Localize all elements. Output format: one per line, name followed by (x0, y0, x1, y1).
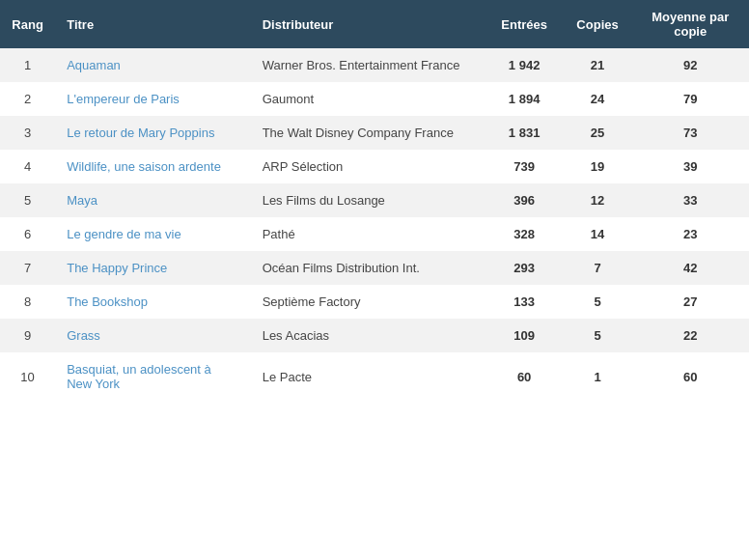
cell-entrees: 293 (485, 251, 564, 285)
cell-moyenne: 23 (631, 217, 749, 251)
cell-entrees: 1 831 (485, 116, 564, 150)
cell-copies: 24 (564, 82, 632, 116)
cell-rang: 10 (0, 352, 55, 401)
cell-entrees: 1 894 (485, 82, 564, 116)
cell-titre[interactable]: Basquiat, un adolescent à New York (55, 352, 250, 401)
cell-entrees: 396 (485, 183, 564, 217)
cell-titre[interactable]: The Happy Prince (55, 251, 250, 285)
cell-rang: 7 (0, 251, 55, 285)
table-row: 8The BookshopSeptième Factory133527 (0, 285, 749, 319)
cell-entrees: 1 942 (485, 48, 564, 82)
cell-distributeur: ARP Sélection (251, 150, 485, 183)
cell-distributeur: The Walt Disney Company France (251, 116, 485, 150)
cell-copies: 12 (564, 183, 632, 217)
cell-distributeur: Les Films du Losange (251, 183, 485, 217)
cell-entrees: 133 (485, 285, 564, 319)
cell-moyenne: 27 (631, 285, 749, 319)
cell-entrees: 328 (485, 217, 564, 251)
cell-moyenne: 22 (631, 319, 749, 352)
cell-copies: 7 (564, 251, 632, 285)
cell-rang: 6 (0, 217, 55, 251)
header-copies: Copies (564, 0, 632, 48)
cell-distributeur: Pathé (251, 217, 485, 251)
table-row: 7The Happy PrinceOcéan Films Distributio… (0, 251, 749, 285)
cell-distributeur: Le Pacte (251, 352, 485, 401)
cell-moyenne: 42 (631, 251, 749, 285)
cell-moyenne: 79 (631, 82, 749, 116)
table-row: 9GrassLes Acacias109522 (0, 319, 749, 352)
cell-moyenne: 60 (631, 352, 749, 401)
cell-copies: 21 (564, 48, 632, 82)
cell-entrees: 60 (485, 352, 564, 401)
cell-moyenne: 33 (631, 183, 749, 217)
cell-rang: 2 (0, 82, 55, 116)
cell-moyenne: 39 (631, 150, 749, 183)
cell-copies: 19 (564, 150, 632, 183)
cell-distributeur: Septième Factory (251, 285, 485, 319)
table-row: 5MayaLes Films du Losange3961233 (0, 183, 749, 217)
table-row: 2L'empereur de ParisGaumont1 8942479 (0, 82, 749, 116)
cell-distributeur: Océan Films Distribution Int. (251, 251, 485, 285)
cell-titre[interactable]: L'empereur de Paris (55, 82, 250, 116)
header-titre: Titre (55, 0, 250, 48)
table-row: 1AquamanWarner Bros. Entertainment Franc… (0, 48, 749, 82)
cell-copies: 5 (564, 285, 632, 319)
cell-distributeur: Les Acacias (251, 319, 485, 352)
cell-titre[interactable]: Le retour de Mary Poppins (55, 116, 250, 150)
cell-titre[interactable]: Le gendre de ma vie (55, 217, 250, 251)
cell-rang: 1 (0, 48, 55, 82)
cell-titre[interactable]: Wildlife, une saison ardente (55, 150, 250, 183)
cell-titre[interactable]: The Bookshop (55, 285, 250, 319)
box-office-table: Rang Titre Distributeur Entrées Copies M… (0, 0, 749, 401)
cell-rang: 3 (0, 116, 55, 150)
cell-moyenne: 73 (631, 116, 749, 150)
cell-titre[interactable]: Aquaman (55, 48, 250, 82)
table-row: 6Le gendre de ma viePathé3281423 (0, 217, 749, 251)
cell-entrees: 109 (485, 319, 564, 352)
cell-entrees: 739 (485, 150, 564, 183)
cell-distributeur: Warner Bros. Entertainment France (251, 48, 485, 82)
cell-moyenne: 92 (631, 48, 749, 82)
header-distributeur: Distributeur (251, 0, 485, 48)
cell-titre[interactable]: Maya (55, 183, 250, 217)
header-moyenne: Moyenne par copie (631, 0, 749, 48)
cell-copies: 25 (564, 116, 632, 150)
cell-rang: 4 (0, 150, 55, 183)
header-entrees: Entrées (485, 0, 564, 48)
table-row: 3Le retour de Mary PoppinsThe Walt Disne… (0, 116, 749, 150)
cell-titre[interactable]: Grass (55, 319, 250, 352)
header-rang: Rang (0, 0, 55, 48)
table-row: 10Basquiat, un adolescent à New YorkLe P… (0, 352, 749, 401)
cell-rang: 9 (0, 319, 55, 352)
cell-distributeur: Gaumont (251, 82, 485, 116)
cell-rang: 8 (0, 285, 55, 319)
cell-copies: 14 (564, 217, 632, 251)
cell-copies: 1 (564, 352, 632, 401)
cell-copies: 5 (564, 319, 632, 352)
table-row: 4Wildlife, une saison ardenteARP Sélecti… (0, 150, 749, 183)
cell-rang: 5 (0, 183, 55, 217)
